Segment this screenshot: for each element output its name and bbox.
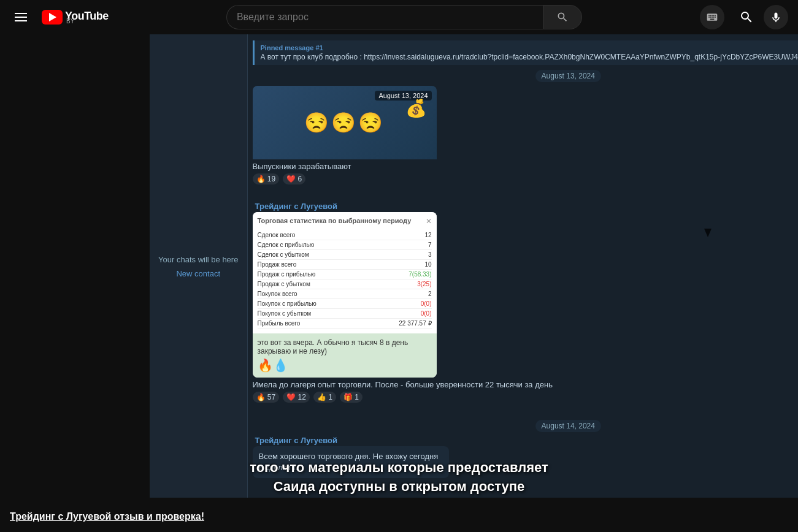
tg-reaction-heart-2: ❤️ 12 (283, 392, 310, 403)
logo-country: BY (66, 18, 109, 25)
keyboard-svg (706, 11, 718, 23)
subtitle-line2: Саида доступны в открытом доступе (274, 479, 525, 494)
telegram-panel: ≡ Your chats will be here New contact ← … (150, 0, 798, 498)
tg-empty-chat: Your chats will be here New contact (150, 36, 247, 498)
tg-stat-table: Сделок всего 12 Сделок с прибылью 7 Сдел… (258, 230, 432, 329)
tg-stat-row-2: Сделок с убытком 3 (258, 250, 432, 260)
search-header-icon (739, 10, 754, 25)
tg-msg-content-1: 😒😒😒 August 13, 2024 💰 Выпускники зарабат… (253, 86, 798, 197)
tg-msg-bubble-outer-1: 😒😒😒 August 13, 2024 💰 Выпускники зарабат… (253, 86, 798, 197)
search-input[interactable] (226, 5, 543, 29)
video-title[interactable]: Трейдинг с Лугуевой отзыв и проверка! (10, 511, 204, 522)
youtube-header: YouTube BY (0, 0, 798, 34)
tg-empty-text: Your chats will be here (158, 255, 238, 264)
tg-stat-row-6: Покупок всего 2 (258, 289, 432, 299)
tg-msg-bubble-outer-2: Торговая статистика по выбранному период… (253, 212, 798, 415)
tg-emoji-row-1: 😒😒😒 (304, 111, 385, 134)
tg-pinned-label: Pinned message #1 (261, 44, 798, 51)
tg-reactions-2: 🔥 57 ❤️ 12 👍 1 🎁 1 (253, 392, 798, 403)
mic-icon (770, 11, 782, 23)
tg-stat-row-9: Прибыль всего 22 377.57 ₽ (258, 319, 432, 329)
video-title-bar: Трейдинг с Лугуевой отзыв и проверка! (0, 501, 798, 532)
tg-reaction-fire-1: 🔥 19 (253, 173, 280, 184)
tg-date-sep-1: August 13, 2024 (253, 70, 798, 81)
tg-stat-row-3: Продаж всего 10 (258, 260, 432, 270)
tg-reaction-fire-2: 🔥 57 (253, 392, 280, 403)
tg-msg-meta-1: 👁 1287 21:32 ↗ (253, 187, 798, 197)
search-button[interactable] (543, 5, 582, 29)
tg-reactions-1: 🔥 19 ❤️ 6 (253, 173, 798, 184)
tg-stat-row-5: Продаж с убытком 3(25) (258, 279, 432, 289)
mic-button[interactable] (764, 5, 788, 29)
tg-sidebar: ≡ Your chats will be here New contact (150, 0, 248, 498)
tg-msg-content-2: Торговая статистика по выбранному период… (253, 212, 798, 415)
search-icon (556, 11, 569, 23)
tg-msg-meta-2: 👁 1538 21:32 ↗ (253, 405, 798, 415)
tg-pinned-message: Pinned message #1 А вот тут про клуб под… (253, 40, 798, 65)
tg-caption-2: Имела до лагеря опыт торговли. После - б… (253, 380, 798, 389)
header-left: YouTube BY (10, 8, 109, 26)
menu-button[interactable] (10, 8, 32, 26)
tg-msg-sender-3: Трейдинг с Лугуевой (253, 436, 798, 445)
tg-stat-title: Торговая статистика по выбранному период… (258, 217, 412, 224)
search-icon-btn[interactable] (734, 5, 759, 29)
tg-chat: ← Трейдинг с Лугуевой 4 327 subscribers … (248, 0, 798, 498)
tg-screenshot-text: это вот за вчера. А обычно я тысяч 8 в д… (258, 338, 432, 355)
header-right (700, 5, 788, 29)
tg-screenshot-container: Торговая статистика по выбранному период… (253, 212, 437, 378)
subtitle-overlay: того что материалы которые предоставляет… (0, 454, 798, 501)
tg-date-sep-2: August 14, 2024 (253, 420, 798, 431)
tg-screenshot-inner: Торговая статистика по выбранному период… (253, 212, 437, 333)
tg-stat-row-8: Покупок с убытком 0(0) (258, 309, 432, 319)
tg-reaction-gift-2: 🎁 1 (340, 392, 363, 403)
tg-pinned-text: А вот тут про клуб подробно : https://in… (261, 53, 798, 61)
tg-image-placeholder-1: 😒😒😒 August 13, 2024 💰 (253, 86, 437, 159)
keyboard-icon[interactable] (700, 5, 724, 29)
tg-reaction-thumbsup-2: 👍 1 (313, 392, 336, 403)
subtitle-text: того что материалы которые предоставляет… (25, 458, 773, 496)
tg-screenshot-caption: это вот за вчера. А обычно я тысяч 8 в д… (253, 333, 437, 378)
tg-msg-sender-2: Трейдинг с Лугуевой (253, 202, 798, 211)
tg-message-2: Трейдинг с Лугуевой Торговая статистика … (253, 202, 798, 415)
tg-stat-row-7: Покупок с прибылью 0(0) (258, 299, 432, 309)
money-emoji: 💰 (405, 98, 427, 118)
tg-close-icon[interactable]: ✕ (426, 217, 432, 226)
tg-messages[interactable]: Pinned message #1 А вот тут про клуб под… (248, 33, 798, 498)
tg-stat-row-4: Продаж с прибылью 7(58.33) (258, 270, 432, 279)
tg-caption-1: Выпускники зарабатывают (253, 162, 798, 171)
header-center (109, 5, 700, 29)
tg-reaction-heart-1: ❤️ 6 (283, 173, 305, 184)
tg-new-contact[interactable]: New contact (176, 269, 220, 278)
tg-stat-row-1: Сделок с прибылью 7 (258, 240, 432, 250)
tg-message-1: 😒😒😒 August 13, 2024 💰 Выпускники зарабат… (253, 86, 798, 197)
tg-screenshot-emojis: 🔥💧 (258, 358, 432, 373)
yt-logo-icon (42, 10, 63, 25)
search-bar (226, 5, 582, 29)
youtube-logo[interactable]: YouTube BY (42, 10, 109, 25)
subtitle-line1: того что материалы которые предоставляет (250, 460, 548, 475)
tg-stat-row-0: Сделок всего 12 (258, 230, 432, 240)
